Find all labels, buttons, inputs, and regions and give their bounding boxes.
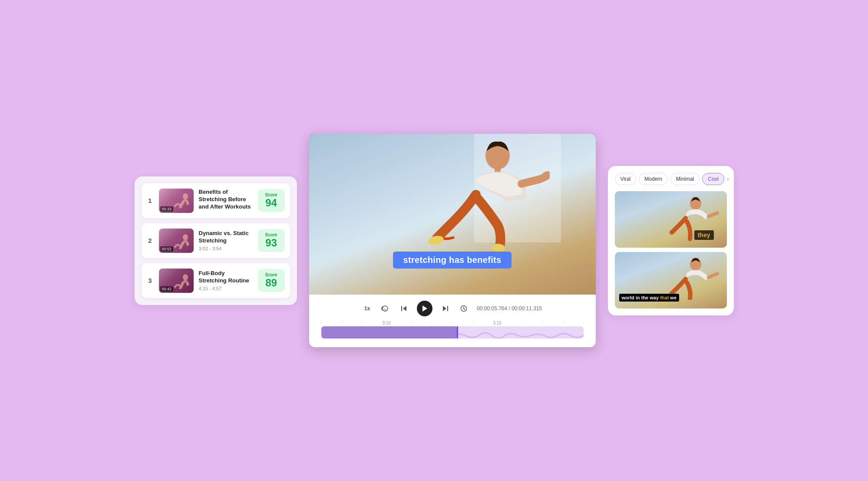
current-time: 00:00:05.764 <box>477 305 507 312</box>
tab-minimal[interactable]: Minimal <box>670 173 700 185</box>
svg-text:10: 10 <box>384 308 386 311</box>
time-display: 00:00:05.764 / 00:00:11.315 <box>477 305 542 312</box>
tick-315: 3:15 <box>493 321 501 325</box>
tab-modern[interactable]: Modern <box>639 173 668 185</box>
preview-thumb-2[interactable]: world in the way that we <box>615 252 727 309</box>
preview-thumbnails: they world in t <box>615 191 727 309</box>
skip-forward-button[interactable] <box>440 303 451 314</box>
score-value-1: 94 <box>265 197 277 209</box>
video-item-2[interactable]: 2 00:52 Dynamic vs. Static Stretching 3:… <box>142 223 290 258</box>
score-badge-1: Score 94 <box>258 189 285 212</box>
item-time-2: 3:02 - 3:54 <box>199 246 253 251</box>
tick-310: 3:10 <box>382 321 390 325</box>
svg-point-2 <box>183 274 188 280</box>
preview1-subtitle: they <box>694 230 714 240</box>
main-layout: 1 00:33 Benefits of Stretching Before an… <box>135 134 734 347</box>
video-item-1[interactable]: 1 00:33 Benefits of Stretching Before an… <box>142 183 290 218</box>
tabs-chevron-right[interactable]: › <box>727 176 729 182</box>
preview2-subtitle: world in the way that we <box>619 294 680 302</box>
video-display: stretching has benefits <box>309 134 596 295</box>
controls-row: 1x 10 <box>318 301 587 316</box>
progress-handle <box>457 326 458 338</box>
play-button[interactable] <box>417 301 432 316</box>
subtitle-bar: stretching has benefits <box>393 252 512 269</box>
preview2-person <box>659 256 719 300</box>
score-badge-3: Score 89 <box>258 269 285 292</box>
video-scene: stretching has benefits <box>309 134 596 295</box>
item-title-2: Dynamic vs. Static Stretching <box>199 230 253 245</box>
item-info-3: Full-Body Stretching Routine 4:15 - 4:57 <box>199 270 253 292</box>
video-item-3[interactable]: 3 00:42 Full-Body Stretching Routine 4:1… <box>142 263 290 298</box>
thumbnail-1: 00:33 <box>159 189 194 213</box>
speed-button[interactable]: 1x <box>363 304 372 313</box>
rewind-button[interactable]: 10 <box>380 303 391 314</box>
item-number-2: 2 <box>147 237 154 244</box>
item-number-1: 1 <box>147 197 154 204</box>
score-badge-2: Score 93 <box>258 229 285 252</box>
video-person-svg <box>411 138 550 260</box>
preview-thumb-1[interactable]: they <box>615 191 727 248</box>
tab-cool[interactable]: Cool <box>702 173 724 185</box>
timeline-ticks: · · · 3:10 · · · · 3:15 · · · · <box>318 321 587 325</box>
item-info-1: Benefits of Stretching Before and After … <box>199 189 253 212</box>
item-info-2: Dynamic vs. Static Stretching 3:02 - 3:5… <box>199 230 253 252</box>
svg-point-0 <box>183 193 188 199</box>
thumbnail-3: 00:42 <box>159 269 194 293</box>
skip-back-button[interactable] <box>399 303 409 314</box>
item-title-1: Benefits of Stretching Before and After … <box>199 189 253 211</box>
item-time-3: 4:15 - 4:57 <box>199 286 253 291</box>
clock-button[interactable] <box>459 303 469 314</box>
tab-viral[interactable]: Viral <box>615 173 637 185</box>
video-wrapper: stretching has benefits 1x 10 <box>309 134 596 347</box>
style-tabs: Viral Modern Minimal Cool › <box>615 173 727 185</box>
total-time: 00:00:11.315 <box>512 305 542 312</box>
score-value-3: 89 <box>265 277 277 289</box>
video-controls: 1x 10 <box>309 295 596 347</box>
center-video: stretching has benefits 1x 10 <box>309 134 596 347</box>
thumbnail-2: 00:52 <box>159 229 194 253</box>
progress-fill <box>321 326 458 338</box>
item-number-3: 3 <box>147 277 154 284</box>
svg-point-1 <box>183 234 188 240</box>
skip-back-icon <box>400 305 407 312</box>
play-icon <box>422 305 428 312</box>
right-panel: Viral Modern Minimal Cool › <box>608 166 734 315</box>
progress-bar[interactable] <box>321 326 584 338</box>
rewind-icon: 10 <box>381 305 389 312</box>
score-value-2: 93 <box>265 237 277 249</box>
item-title-3: Full-Body Stretching Routine <box>199 270 253 285</box>
left-panel: 1 00:33 Benefits of Stretching Before an… <box>135 176 297 305</box>
skip-forward-icon <box>442 305 449 312</box>
clock-icon <box>460 305 467 312</box>
